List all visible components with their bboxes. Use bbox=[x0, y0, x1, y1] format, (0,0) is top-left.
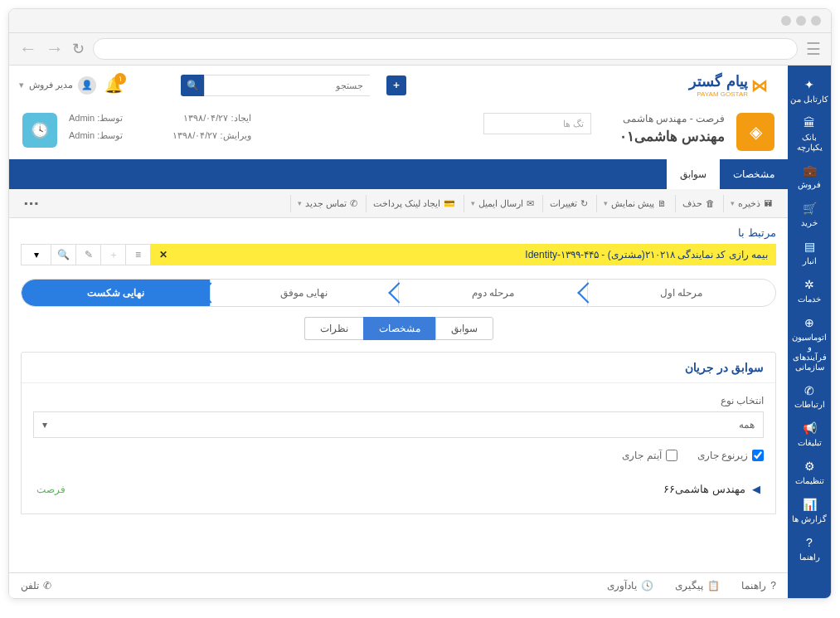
browser-url-bar[interactable] bbox=[93, 38, 798, 60]
subtab-history[interactable]: سوابق bbox=[435, 317, 493, 340]
sidebar-item-label: تبلیغات bbox=[798, 438, 822, 448]
add-button[interactable]: ＋ bbox=[386, 75, 406, 95]
chevron-down-icon: ▾ bbox=[19, 80, 24, 90]
sidebar-item-automation[interactable]: ⊕اتوماسیون و فرآیندهای سازمانی bbox=[788, 310, 831, 378]
edited-by-value: Admin bbox=[69, 130, 95, 140]
type-select[interactable]: همه ▾ bbox=[33, 411, 764, 438]
edited-value: ۱۳۹۸/۰۴/۲۷ bbox=[172, 130, 217, 140]
sidebar-item-services[interactable]: ✲خدمات bbox=[788, 272, 831, 310]
browser-refresh-icon[interactable]: ↻ bbox=[72, 40, 85, 58]
sidebar-item-reports[interactable]: 📊گزارش ها bbox=[788, 492, 831, 530]
sidebar-item-label: کارتابل من bbox=[790, 95, 828, 105]
phone-icon: ✆ bbox=[350, 198, 357, 209]
clock-icon: 🕓 bbox=[641, 580, 653, 591]
stage-2[interactable]: مرحله دوم bbox=[398, 280, 587, 306]
sidebar-item-warehouse[interactable]: ▤انبار bbox=[788, 234, 831, 272]
traffic-light bbox=[781, 16, 791, 26]
phone-icon: ✆ bbox=[804, 384, 814, 398]
result-row[interactable]: ◀ مهندس هاشمی۶۶ فرصت bbox=[33, 476, 764, 502]
subtype-checkbox[interactable]: زیرنوع جاری bbox=[697, 450, 764, 461]
edit-button[interactable]: ✎ bbox=[76, 245, 101, 265]
traffic-light bbox=[811, 16, 821, 26]
currentitem-checkbox[interactable]: آیتم جاری bbox=[622, 450, 677, 461]
plus-icon: ＋ bbox=[109, 248, 119, 262]
search-related-button[interactable]: 🔍 bbox=[51, 245, 76, 265]
related-label: مرتبط با bbox=[21, 226, 776, 239]
more-button[interactable]: ▪▪▪ bbox=[17, 194, 46, 212]
phone-button[interactable]: ✆تلفن bbox=[21, 580, 51, 591]
remind-button[interactable]: 🕓یادآوری bbox=[607, 580, 653, 591]
avatar-icon: 👤 bbox=[78, 76, 96, 95]
sidebar-item-cartable[interactable]: ✦کارتابل من bbox=[788, 72, 831, 110]
sidebar-item-purchase[interactable]: 🛒خرید bbox=[788, 196, 831, 234]
list-button[interactable]: ≡ bbox=[126, 245, 151, 265]
help-icon: ? bbox=[770, 580, 776, 591]
close-icon[interactable]: ✕ bbox=[159, 249, 168, 260]
sidebar-item-label: فروش bbox=[798, 180, 821, 190]
trash-icon: 🗑 bbox=[706, 198, 715, 208]
follow-button[interactable]: 📋پیگیری bbox=[675, 580, 720, 591]
stage-4[interactable]: نهایی شکست bbox=[22, 280, 210, 306]
new-call-button[interactable]: ✆تماس جدید▾ bbox=[290, 195, 364, 212]
save-button[interactable]: 🖬ذخیره▾ bbox=[723, 195, 779, 212]
record-icon: ◈ bbox=[736, 113, 774, 151]
megaphone-icon: 📢 bbox=[803, 421, 817, 436]
save-icon: 🖬 bbox=[764, 198, 773, 208]
send-email-button[interactable]: ✉ارسال ایمیل▾ bbox=[464, 195, 541, 212]
changes-button[interactable]: ↻تغییرات bbox=[542, 195, 595, 212]
sidebar-item-ads[interactable]: 📢تبلیغات bbox=[788, 416, 831, 454]
logo-subtext: PAYAM GOSTAR bbox=[689, 90, 748, 98]
sidebar-item-sales[interactable]: 💼فروش bbox=[788, 158, 831, 197]
briefcase-icon: 💼 bbox=[803, 164, 817, 178]
created-label: ایجاد: bbox=[231, 113, 251, 123]
browser-chrome-top bbox=[9, 9, 831, 33]
preview-button[interactable]: 🗎پیش نمایش▾ bbox=[596, 195, 673, 212]
phone-icon: ✆ bbox=[43, 580, 51, 591]
browser-menu-icon[interactable]: ☰ bbox=[806, 39, 821, 59]
chevron-down-icon: ▾ bbox=[604, 199, 608, 207]
chevron-down-icon: ▾ bbox=[731, 199, 735, 207]
sidebar-item-help[interactable]: ?راهنما bbox=[788, 530, 831, 568]
sidebar-item-label: خرید bbox=[801, 218, 818, 228]
sidebar-item-label: بانک یکپارچه bbox=[789, 133, 829, 153]
search-input[interactable] bbox=[204, 75, 370, 96]
app-logo: ⋈ پیام گستر PAYAM GOSTAR bbox=[689, 72, 768, 98]
tags-input[interactable]: تگ ها bbox=[483, 113, 591, 134]
sidebar-item-comm[interactable]: ✆ارتباطات bbox=[788, 378, 831, 416]
created-value: ۱۳۹۸/۰۴/۲۷ bbox=[183, 113, 228, 123]
page-title: مهندس هاشمی۰۱ bbox=[619, 128, 725, 145]
subtab-specs[interactable]: مشخصات bbox=[363, 317, 435, 340]
related-entity[interactable]: بیمه رازی کد نمایندگی ۲۱۰۲۱۸(مشتری) - Id… bbox=[151, 244, 776, 265]
cogs-icon: ⚙ bbox=[804, 460, 815, 474]
list-icon: ≡ bbox=[135, 249, 141, 260]
subtab-comments[interactable]: نظرات bbox=[304, 317, 363, 340]
tab-history[interactable]: سوابق bbox=[667, 159, 720, 189]
chart-icon: 📊 bbox=[803, 498, 817, 512]
pay-link-button[interactable]: 💳ایجاد لینک پرداخت bbox=[366, 195, 462, 212]
breadcrumb: فرصت - مهندس هاشمی bbox=[619, 113, 725, 124]
created-by-value: Admin bbox=[69, 113, 95, 123]
stage-3[interactable]: نهایی موفق bbox=[210, 280, 399, 306]
delete-button[interactable]: 🗑حذف bbox=[675, 195, 721, 212]
checkbox-input[interactable] bbox=[666, 450, 677, 461]
card-icon: 💳 bbox=[444, 198, 455, 209]
tab-specs[interactable]: مشخصات bbox=[720, 159, 788, 189]
checkbox-input[interactable] bbox=[752, 450, 764, 461]
search-button[interactable]: 🔍 bbox=[181, 75, 204, 96]
related-dropdown[interactable]: ▾ bbox=[22, 245, 51, 265]
globe-icon: ⊕ bbox=[804, 316, 814, 330]
notifications-icon[interactable]: 🔔۱ bbox=[104, 76, 123, 95]
cart-icon: 🛒 bbox=[803, 202, 817, 216]
sidebar-item-label: اتوماسیون و فرآیندهای سازمانی bbox=[789, 333, 829, 372]
sidebar-item-bank[interactable]: 🏛بانک یکپارچه bbox=[788, 110, 831, 158]
sidebar-item-settings[interactable]: ⚙تنظیمات bbox=[788, 454, 831, 492]
chevron-down-icon: ▾ bbox=[471, 199, 475, 207]
browser-back-icon[interactable]: ← bbox=[19, 38, 37, 60]
add-related-button[interactable]: ＋ bbox=[101, 245, 126, 265]
history-icon[interactable]: 🕓 bbox=[22, 113, 57, 148]
preview-icon: 🗎 bbox=[658, 198, 667, 208]
stage-1[interactable]: مرحله اول bbox=[587, 280, 776, 306]
help-button[interactable]: ?راهنما bbox=[741, 580, 776, 591]
user-menu[interactable]: ▾ مدیر فروش 👤 bbox=[19, 76, 96, 95]
browser-forward-icon[interactable]: → bbox=[46, 38, 64, 60]
